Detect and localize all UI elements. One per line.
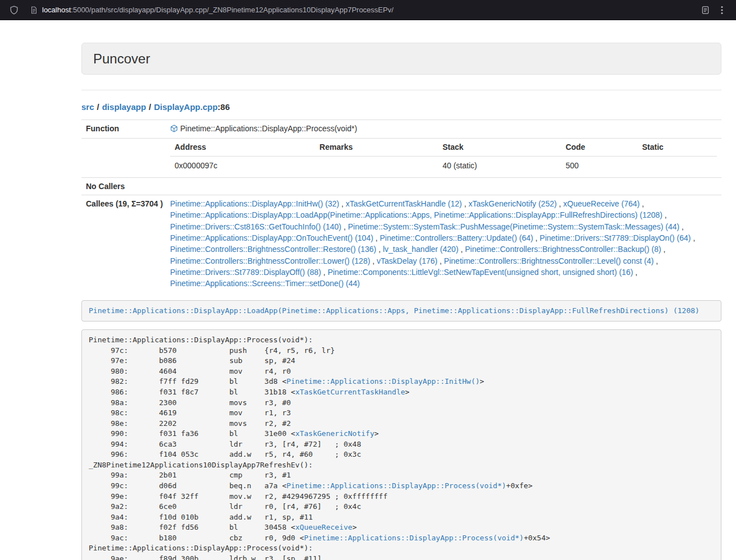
callee-link[interactable]: Pinetime::Drivers::St7789::DisplayOn() (… [540, 233, 691, 242]
metrics-value-row: 0x0000097c 40 (static) 500 [170, 156, 717, 175]
callee-link[interactable]: xQueueReceive (764) [563, 199, 639, 208]
remarks-value [315, 156, 438, 175]
app-banner: Puncover [81, 43, 721, 75]
disassembly-symbol-link[interactable]: xTaskGetCurrentTaskHandle [295, 388, 405, 396]
url-bar[interactable]: localhost:5000/path/src/displayapp/Displ… [30, 6, 394, 14]
callee-link[interactable]: Pinetime::Controllers::BrightnessControl… [170, 245, 376, 254]
browser-chrome: localhost:5000/path/src/displayapp/Displ… [0, 0, 736, 20]
callee-link[interactable]: vTaskDelay (176) [377, 256, 437, 265]
metrics-row: Address Remarks Stack Code Static 0x0000… [81, 139, 721, 178]
page-content: Puncover src/displayapp/DisplayApp.cpp:8… [81, 43, 721, 560]
callee-link[interactable]: Pinetime::Components::LittleVgl::SetNewT… [328, 268, 633, 277]
disassembly-symbol-link[interactable]: xQueueReceive [295, 523, 353, 531]
metrics-cell: Address Remarks Stack Code Static 0x0000… [166, 139, 721, 178]
breadcrumb-separator: / [149, 102, 151, 112]
function-name: Pinetime::Applications::DisplayApp::Proc… [180, 124, 357, 133]
col-remarks-header: Remarks [315, 141, 438, 156]
callees-list: Pinetime::Applications::DisplayApp::Init… [166, 195, 721, 292]
shield-icon[interactable] [6, 2, 22, 18]
metrics-header-row: Address Remarks Stack Code Static [170, 141, 717, 156]
breadcrumb: src/displayapp/DisplayApp.cpp:86 [81, 102, 721, 112]
callee-link[interactable]: Pinetime::Applications::Screens::Timer::… [170, 279, 360, 288]
callee-link[interactable]: Pinetime::Controllers::BrightnessControl… [465, 245, 661, 254]
breadcrumb-src-link[interactable]: src [81, 102, 94, 112]
disassembly: Pinetime::Applications::DisplayApp::Proc… [81, 329, 721, 560]
loadapp-link[interactable]: Pinetime::Applications::DisplayApp::Load… [89, 306, 700, 315]
page-icon[interactable] [30, 6, 38, 14]
callee-link[interactable]: Pinetime::Applications::DisplayApp::OnTo… [170, 233, 373, 242]
callee-link[interactable]: Pinetime::Applications::DisplayApp::Init… [170, 199, 339, 208]
col-code-header: Code [561, 141, 637, 156]
divider [81, 90, 721, 90]
no-callers-cell [166, 177, 721, 195]
disassembly-symbol-link[interactable]: Pinetime::Applications::DisplayApp::Init… [286, 377, 479, 385]
kebab-menu-icon[interactable] [714, 2, 730, 18]
code-value: 500 [561, 156, 637, 175]
callee-link[interactable]: lv_task_handler (420) [383, 245, 459, 254]
disassembly-symbol-link[interactable]: Pinetime::Applications::DisplayApp::Proc… [304, 534, 524, 542]
stack-value: 40 (static) [438, 156, 561, 175]
callee-link[interactable]: Pinetime::Controllers::BrightnessControl… [170, 256, 370, 265]
col-static-header: Static [638, 141, 717, 156]
breadcrumb-line-number: :86 [218, 102, 230, 112]
page-title: Puncover [93, 51, 710, 67]
callee-link[interactable]: Pinetime::Controllers::Battery::Update()… [380, 233, 533, 242]
metrics-table: Address Remarks Stack Code Static 0x0000… [170, 141, 717, 175]
function-row-label: Function [81, 120, 166, 139]
disassembly-symbol-link[interactable]: Pinetime::Applications::DisplayApp::Proc… [286, 481, 506, 490]
col-stack-header: Stack [438, 141, 561, 156]
col-address-header: Address [170, 141, 315, 156]
breadcrumb-separator: / [97, 102, 99, 112]
callee-link[interactable]: xTaskGenericNotify (252) [468, 199, 556, 208]
static-value [638, 156, 717, 175]
callee-link[interactable]: Pinetime::Controllers::BrightnessControl… [444, 256, 653, 265]
url-host: localhost [42, 6, 71, 14]
function-icon [170, 124, 178, 135]
loadapp-box: Pinetime::Applications::DisplayApp::Load… [81, 300, 721, 322]
callee-link[interactable]: Pinetime::Drivers::Cst816S::GetTouchInfo… [170, 222, 341, 231]
no-callers-row: No Callers [81, 177, 721, 195]
function-cell: Pinetime::Applications::DisplayApp::Proc… [166, 120, 721, 139]
callee-link[interactable]: Pinetime::Drivers::St7789::DisplayOff() … [170, 268, 321, 277]
metrics-row-label [81, 139, 166, 178]
breadcrumb-displayapp-link[interactable]: displayapp [102, 102, 146, 112]
breadcrumb-file-link[interactable]: DisplayApp.cpp [154, 102, 217, 112]
callee-link[interactable]: xTaskGetCurrentTaskHandle (12) [346, 199, 462, 208]
function-row: Function Pinetime::Applications::Display… [81, 120, 721, 139]
no-callers-label: No Callers [81, 177, 166, 195]
address-value: 0x0000097c [170, 156, 315, 175]
callee-link[interactable]: Pinetime::System::SystemTask::PushMessag… [348, 222, 680, 231]
disassembly-symbol-link[interactable]: xTaskGenericNotify [295, 429, 374, 438]
callee-link[interactable]: Pinetime::Applications::DisplayApp::Load… [170, 210, 662, 219]
url-path: :5000/path/src/displayapp/DisplayApp.cpp… [71, 6, 394, 14]
reader-view-icon[interactable] [697, 2, 714, 18]
symbol-table: Function Pinetime::Applications::Display… [81, 120, 721, 292]
callees-row: Callees (19, Σ=3704 ) Pinetime::Applicat… [81, 195, 721, 292]
callees-label: Callees (19, Σ=3704 ) [81, 195, 166, 292]
